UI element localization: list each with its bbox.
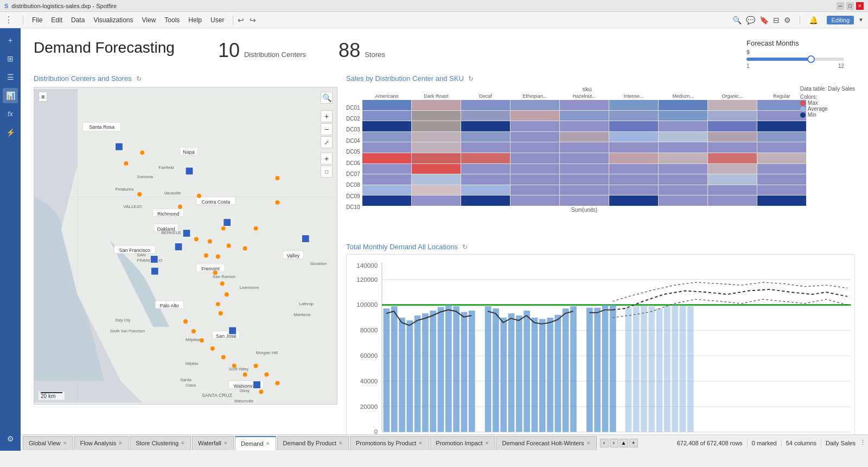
- sidebar-bottom-settings[interactable]: ⚙: [3, 431, 18, 446]
- menu-visualizations[interactable]: Visualizations: [89, 14, 137, 26]
- heatmap-y-axis: DC01 DC02 DC03 DC04 DC05 DC06 DC07 DC08 …: [346, 93, 362, 213]
- svg-rect-114: [438, 307, 444, 432]
- tab-flow-analysis[interactable]: Flow Analysis ✕: [74, 436, 129, 450]
- status-menu-icon[interactable]: ⋮: [860, 439, 866, 446]
- heatmap-refresh-icon[interactable]: ↻: [468, 75, 474, 83]
- close-button[interactable]: ✕: [856, 2, 864, 10]
- slider-labels: 1 12: [746, 63, 844, 69]
- columns-status: 54 columns: [786, 440, 816, 446]
- sidebar-alert[interactable]: ⚡: [3, 125, 18, 140]
- svg-text:Santa Rosa: Santa Rosa: [89, 124, 114, 130]
- tab-close-demand-by-product[interactable]: ✕: [339, 440, 343, 446]
- filter-icon[interactable]: ⊟: [773, 16, 780, 24]
- menu-view[interactable]: View: [138, 14, 161, 26]
- map-layers-btn[interactable]: ≡: [39, 92, 47, 102]
- tab-demand-by-product[interactable]: Demand By Product ✕: [277, 436, 349, 450]
- svg-text:40000: 40000: [360, 377, 378, 384]
- tab-nav-next[interactable]: ›: [610, 439, 618, 447]
- svg-point-74: [213, 270, 218, 275]
- tab-nav-add[interactable]: +: [629, 439, 638, 447]
- svg-text:80000: 80000: [360, 326, 378, 333]
- maximize-button[interactable]: □: [846, 2, 854, 10]
- menu-user[interactable]: User: [206, 14, 228, 26]
- svg-point-62: [137, 192, 142, 197]
- menu-data[interactable]: Data: [67, 14, 89, 26]
- comment-icon[interactable]: 💬: [746, 16, 755, 24]
- tab-close-waterfall[interactable]: ✕: [224, 440, 228, 446]
- sidebar-add[interactable]: +: [3, 33, 18, 48]
- map-border[interactable]: □: [321, 166, 333, 178]
- tab-nav-up[interactable]: ▲: [620, 439, 628, 447]
- tab-promotions-by-product[interactable]: Promotions by Product ✕: [350, 436, 429, 450]
- hm-cell: [609, 111, 658, 121]
- minimize-button[interactable]: ─: [837, 2, 844, 10]
- menu-bar: ⋮ File Edit Data Visualizations View Too…: [0, 12, 868, 28]
- heatmap-panel: Sales by Distribution Center and SKU ↻ D…: [346, 74, 855, 237]
- redo-icon[interactable]: ↪: [250, 16, 256, 24]
- map-refresh-icon[interactable]: ↻: [136, 75, 142, 83]
- map-fit[interactable]: ⤢: [321, 136, 333, 148]
- undo-icon[interactable]: ↩: [238, 16, 244, 24]
- map-zoom-out[interactable]: −: [321, 123, 333, 135]
- hm-cell: [757, 153, 806, 163]
- hm-cell: [708, 121, 757, 131]
- menu-file[interactable]: File: [28, 14, 47, 26]
- content-area: Demand Forecasting 10 Distribution Cente…: [21, 28, 868, 451]
- tab-promotion-impact[interactable]: Promotion Impact ✕: [430, 436, 495, 450]
- map-zoom-in[interactable]: +: [321, 110, 333, 122]
- sidebar-data[interactable]: ☰: [3, 70, 18, 85]
- hm-cell: [461, 100, 510, 110]
- menu-help[interactable]: Help: [184, 14, 206, 26]
- sidebar-expression[interactable]: fx: [3, 106, 18, 122]
- tab-close-promotion-impact[interactable]: ✕: [485, 440, 489, 446]
- chart-refresh-icon[interactable]: ↻: [462, 243, 468, 251]
- tab-close-promotions-by-product[interactable]: ✕: [418, 440, 423, 446]
- svg-rect-123: [516, 315, 522, 432]
- tab-waterfall[interactable]: Waterfall ✕: [192, 436, 234, 450]
- hm-cell: [412, 111, 461, 121]
- status-sep-2: [781, 439, 782, 447]
- settings-icon[interactable]: ⚙: [784, 16, 791, 24]
- hm-cell: [510, 153, 559, 163]
- map-zoom-in-2[interactable]: +: [321, 153, 333, 165]
- sidebar-pages[interactable]: ⊞: [3, 51, 18, 66]
- svg-rect-116: [453, 306, 459, 432]
- search-icon[interactable]: 🔍: [732, 16, 742, 24]
- tab-close-global-view[interactable]: ✕: [63, 440, 67, 446]
- svg-text:Valley: Valley: [286, 253, 299, 258]
- svg-rect-125: [532, 318, 538, 432]
- app-icon: S: [4, 3, 8, 9]
- hm-cell: [412, 121, 461, 131]
- svg-point-85: [243, 373, 247, 377]
- svg-text:Palo Alto: Palo Alto: [159, 303, 178, 308]
- sidebar-viz[interactable]: 📊: [3, 88, 18, 103]
- menu-tools[interactable]: Tools: [160, 14, 184, 26]
- tab-demand-forecast[interactable]: Demand Forecast Holt-Winters ✕: [496, 436, 597, 450]
- map-search-btn[interactable]: 🔍: [321, 92, 333, 104]
- app-menu-dots[interactable]: ⋮: [4, 15, 13, 25]
- tab-close-store-clustering[interactable]: ✕: [181, 440, 185, 446]
- bell-icon[interactable]: 🔔: [809, 16, 818, 24]
- menu-edit[interactable]: Edit: [47, 14, 67, 26]
- svg-text:SAN: SAN: [137, 253, 146, 257]
- hm-cell: [560, 111, 609, 121]
- svg-rect-57: [229, 327, 237, 335]
- hm-cell: [659, 153, 707, 163]
- svg-point-75: [220, 281, 225, 286]
- svg-point-77: [216, 302, 220, 306]
- hm-cell: [560, 195, 609, 206]
- marked-status: 0 marked: [752, 440, 777, 446]
- tab-close-flow-analysis[interactable]: ✕: [118, 440, 123, 446]
- tab-close-demand[interactable]: ✕: [266, 441, 270, 446]
- editing-dropdown[interactable]: ▼: [858, 17, 864, 23]
- tab-store-clustering[interactable]: Store Clustering ✕: [130, 436, 191, 450]
- svg-rect-109: [399, 318, 405, 432]
- tab-global-view[interactable]: Global View ✕: [23, 436, 73, 450]
- svg-point-66: [221, 226, 226, 231]
- tab-demand[interactable]: Demand ✕: [235, 436, 276, 450]
- tab-nav-prev[interactable]: ‹: [600, 439, 609, 447]
- tab-close-demand-forecast[interactable]: ✕: [586, 440, 591, 446]
- bookmark-icon[interactable]: 🔖: [760, 16, 769, 24]
- forecast-slider-thumb[interactable]: [807, 55, 815, 63]
- svg-text:Gilroy: Gilroy: [240, 389, 250, 393]
